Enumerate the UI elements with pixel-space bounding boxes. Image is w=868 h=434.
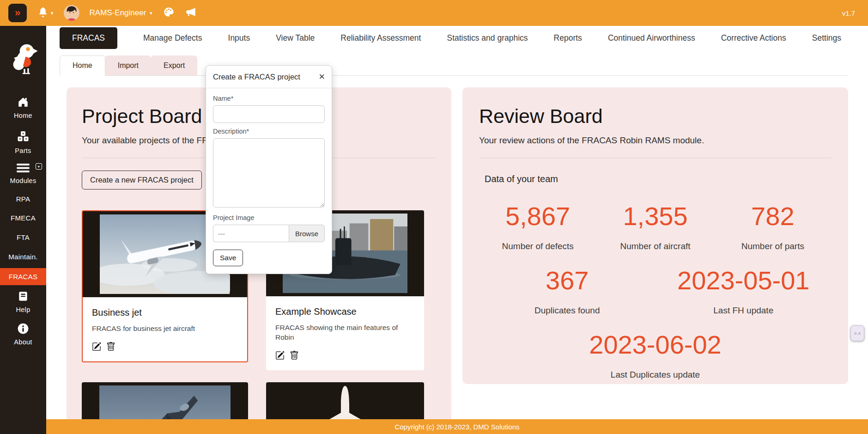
- card-body: Example Showcase FRACAS showing the main…: [266, 296, 424, 370]
- double-chevron-icon: »: [15, 7, 20, 18]
- stat-value: 1,355: [596, 201, 714, 231]
- sidebar-collapse-button[interactable]: »: [8, 4, 27, 22]
- stat-label: Number of defects: [479, 241, 596, 251]
- subtab-import[interactable]: Import: [105, 55, 151, 75]
- stats-row-1: 5,867 Number of defects 1,355 Number of …: [479, 201, 832, 251]
- sidebar-item-modules[interactable]: ▾ Modules: [0, 162, 46, 184]
- sidebar-item-label: FRACAS: [9, 273, 38, 281]
- sidebar-item-label: Maintain.: [8, 253, 38, 261]
- card-title: Business jet: [92, 307, 238, 318]
- card-actions: [275, 351, 415, 362]
- modal-title: Create a FRACAS project: [213, 73, 300, 81]
- announcements-button[interactable]: [185, 6, 197, 20]
- review-board-panel: Review Board Your review actions of the …: [462, 87, 848, 384]
- tab-reliability-assessment[interactable]: Reliability Assessment: [340, 33, 421, 43]
- sidebar-item-help[interactable]: Help: [0, 290, 46, 313]
- tab-statistics-and-graphics[interactable]: Statistics and graphics: [447, 33, 528, 43]
- sidebar-item-rpa[interactable]: RPA: [0, 195, 46, 203]
- description-label: Description*: [213, 128, 325, 135]
- project-card-fighter[interactable]: [82, 382, 248, 419]
- project-image-label: Project Image: [213, 214, 325, 221]
- stats-row-3: 2023-06-02 Last Duplicates update: [479, 330, 832, 380]
- stat-aircraft: 1,355 Number of aircraft: [596, 201, 714, 251]
- user-menu[interactable]: RAMS-Engineer ▾: [90, 8, 152, 18]
- create-project-modal: Create a FRACAS project × Name* Descript…: [206, 65, 332, 274]
- main-content: FRACAS Manage Defects Inputs View Table …: [46, 26, 868, 419]
- delete-icon[interactable]: [106, 342, 115, 353]
- sidebar-item-label: RPA: [16, 195, 30, 203]
- name-field[interactable]: [213, 105, 325, 123]
- sidebar-item-fta[interactable]: FTA: [0, 233, 46, 241]
- stat-value: 782: [714, 201, 832, 231]
- fighter-jet-photo: [82, 382, 248, 419]
- review-board-title: Review Board: [479, 105, 832, 128]
- delete-icon[interactable]: [290, 351, 299, 362]
- tab-fracas[interactable]: FRACAS: [60, 27, 117, 49]
- save-button[interactable]: Save: [213, 250, 243, 266]
- edit-icon[interactable]: [275, 351, 285, 362]
- project-image-group: Browse: [213, 225, 325, 242]
- theme-button[interactable]: [163, 6, 175, 20]
- user-avatar[interactable]: [64, 5, 79, 21]
- create-fracas-project-button[interactable]: Create a new FRACAS project: [82, 171, 202, 189]
- stat-value: 2023-06-02: [479, 330, 832, 360]
- tab-settings[interactable]: Settings: [812, 33, 841, 43]
- card-description: FRACAS for business jet aircraft: [92, 324, 238, 334]
- description-field[interactable]: [213, 138, 325, 208]
- modules-expand-icon[interactable]: ▾: [36, 163, 42, 170]
- topbar: » ▾ RAMS-Engineer ▾ v1.7: [0, 0, 868, 26]
- sidebar-item-maintain[interactable]: Maintain.: [0, 253, 46, 261]
- sidebar-item-label: Parts: [15, 147, 31, 154]
- sidebar-item-parts[interactable]: Parts: [0, 130, 46, 154]
- tab-reports[interactable]: Reports: [554, 33, 582, 43]
- help-book-icon: [17, 290, 29, 304]
- sidebar-item-about[interactable]: About: [0, 323, 46, 346]
- stat-duplicates: 367 Duplicates found: [479, 265, 656, 316]
- palette-icon: [163, 6, 175, 20]
- megaphone-icon: [185, 6, 197, 20]
- tab-manage-defects[interactable]: Manage Defects: [143, 33, 202, 43]
- module-nav-tabs: FRACAS Manage Defects Inputs View Table …: [46, 26, 868, 50]
- robin-logo: [0, 42, 46, 78]
- edit-icon[interactable]: [92, 342, 101, 353]
- sidebar-item-label: Help: [16, 306, 30, 313]
- subtab-export[interactable]: Export: [151, 55, 197, 75]
- stat-label: Last Duplicates update: [479, 370, 832, 380]
- project-card-plane-placeholder[interactable]: [266, 382, 424, 419]
- stats-row-2: 367 Duplicates found 2023-05-01 Last FH …: [479, 265, 832, 316]
- sidebar-item-label: FTA: [17, 233, 30, 241]
- sidebar-item-label: Home: [14, 112, 32, 119]
- name-label: Name*: [213, 95, 325, 102]
- card-title: Example Showcase: [275, 306, 415, 317]
- tab-continued-airworthiness[interactable]: Continued Airworthiness: [608, 33, 695, 43]
- tab-inputs[interactable]: Inputs: [228, 33, 250, 43]
- feedback-widget-button[interactable]: >.<: [850, 325, 864, 341]
- stat-label: Last FH update: [656, 306, 832, 316]
- browse-button[interactable]: Browse: [289, 225, 325, 242]
- subtab-home[interactable]: Home: [60, 55, 105, 76]
- bell-icon: [37, 6, 49, 20]
- notifications-menu[interactable]: ▾: [37, 6, 54, 20]
- plane-placeholder-icon: [266, 382, 424, 419]
- tab-view-table[interactable]: View Table: [276, 33, 315, 43]
- modal-body: Name* Description* Project Image Browse …: [206, 88, 332, 274]
- tab-corrective-actions[interactable]: Corrective Actions: [721, 33, 786, 43]
- chevron-down-icon: ▾: [51, 10, 54, 16]
- card-body: Business jet FRACAS for business jet air…: [83, 297, 247, 361]
- feedback-face-icon: >.<: [854, 331, 861, 336]
- copyright-label: Copyright (c) 2018-2023, DMD Solutions: [395, 423, 519, 431]
- divider: [479, 158, 832, 158]
- footer: Copyright (c) 2018-2023, DMD Solutions: [46, 419, 868, 434]
- stat-label: Duplicates found: [479, 306, 656, 316]
- sidebar-item-home[interactable]: Home: [0, 96, 46, 119]
- project-image-field[interactable]: [213, 225, 289, 242]
- stat-value: 5,867: [479, 201, 596, 231]
- version-label: v1.7: [842, 9, 855, 17]
- sidebar-item-fracas[interactable]: FRACAS: [0, 268, 46, 285]
- sidebar-item-fmeca[interactable]: FMECA: [0, 214, 46, 222]
- review-board-subtitle: Your review actions of the FRACAS Robin …: [479, 135, 832, 146]
- stat-label: Number of aircraft: [596, 241, 714, 251]
- close-icon[interactable]: ×: [319, 72, 325, 82]
- stat-defects: 5,867 Number of defects: [479, 201, 596, 251]
- home-icon: [17, 96, 29, 110]
